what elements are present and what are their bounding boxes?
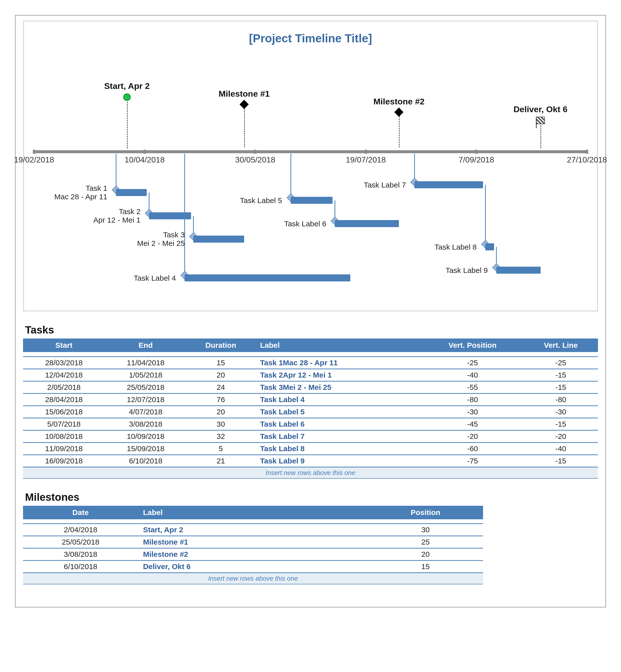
cell-label[interactable]: Task 1Mac 28 - Apr 11 xyxy=(255,356,421,369)
cell-duration[interactable]: 20 xyxy=(187,406,255,418)
cell-label[interactable]: Task Label 7 xyxy=(255,430,421,443)
cell-vpos[interactable]: -55 xyxy=(421,381,524,393)
cell-date[interactable]: 2/04/2018 xyxy=(23,524,138,536)
cell-position[interactable]: 20 xyxy=(368,548,483,560)
cell-label[interactable]: Task Label 6 xyxy=(255,418,421,430)
cell-start[interactable]: 28/04/2018 xyxy=(23,393,105,406)
cell-start[interactable]: 10/08/2018 xyxy=(23,430,105,443)
cell-vline[interactable]: -15 xyxy=(524,381,598,393)
milestone-label: Milestone #1 xyxy=(219,89,270,99)
table-row[interactable]: 6/10/2018Deliver, Okt 615 xyxy=(23,560,483,573)
milestone: Milestone #1 xyxy=(219,89,270,109)
cell-end[interactable]: 6/10/2018 xyxy=(105,455,186,467)
milestones-header-position: Position xyxy=(368,506,483,519)
cell-label[interactable]: Task Label 5 xyxy=(255,406,421,418)
cell-date[interactable]: 6/10/2018 xyxy=(23,560,138,573)
cell-label[interactable]: Task 3Mei 2 - Mei 25 xyxy=(255,381,421,393)
task-connector xyxy=(184,154,185,278)
cell-end[interactable]: 3/08/2018 xyxy=(105,418,186,430)
task-bar xyxy=(496,267,541,274)
cell-vpos[interactable]: -80 xyxy=(421,393,524,406)
cell-vline[interactable]: -40 xyxy=(524,443,598,455)
cell-duration[interactable]: 32 xyxy=(187,430,255,443)
cell-vpos[interactable]: -20 xyxy=(421,430,524,443)
cell-vpos[interactable]: -25 xyxy=(421,356,524,369)
cell-duration[interactable]: 30 xyxy=(187,418,255,430)
milestones-table: Date Label Position 2/04/2018Start, Apr … xyxy=(23,506,483,585)
table-row[interactable]: 2/05/201825/05/201824Task 3Mei 2 - Mei 2… xyxy=(23,381,598,393)
table-row[interactable]: 15/06/20184/07/201820Task Label 5-30-30 xyxy=(23,406,598,418)
milestones-section-title: Milestones xyxy=(25,491,598,503)
cell-vline[interactable]: -25 xyxy=(524,356,598,369)
timeline-chart: [Project Timeline Title] 19/02/201810/04… xyxy=(23,20,598,311)
milestones-header-label: Label xyxy=(138,506,368,519)
cell-duration[interactable]: 15 xyxy=(187,356,255,369)
table-row[interactable]: 12/04/20181/05/201820Task 2Apr 12 - Mei … xyxy=(23,369,598,381)
cell-vpos[interactable]: -45 xyxy=(421,418,524,430)
table-row[interactable]: 25/05/2018Milestone #125 xyxy=(23,536,483,548)
cell-label[interactable]: Start, Apr 2 xyxy=(138,524,368,536)
cell-label[interactable]: Task Label 9 xyxy=(255,455,421,467)
cell-end[interactable]: 10/09/2018 xyxy=(105,430,186,443)
cell-duration[interactable]: 21 xyxy=(187,455,255,467)
cell-end[interactable]: 15/09/2018 xyxy=(105,443,186,455)
table-row[interactable]: 2/04/2018Start, Apr 230 xyxy=(23,524,483,536)
cell-position[interactable]: 25 xyxy=(368,536,483,548)
cell-label[interactable]: Milestone #1 xyxy=(138,536,368,548)
tasks-header-label: Label xyxy=(255,338,421,352)
cell-vline[interactable]: -15 xyxy=(524,369,598,381)
cell-start[interactable]: 28/03/2018 xyxy=(23,356,105,369)
cell-end[interactable]: 1/05/2018 xyxy=(105,369,186,381)
task-bar xyxy=(335,220,399,227)
table-row[interactable]: 3/08/2018Milestone #220 xyxy=(23,548,483,560)
cell-vline[interactable]: -15 xyxy=(524,455,598,467)
task-label: Task 1Mac 28 - Apr 11 xyxy=(54,184,108,201)
cell-position[interactable]: 30 xyxy=(368,524,483,536)
cell-date[interactable]: 3/08/2018 xyxy=(23,548,138,560)
cell-vpos[interactable]: -40 xyxy=(421,369,524,381)
cell-start[interactable]: 5/07/2018 xyxy=(23,418,105,430)
cell-label[interactable]: Task 2Apr 12 - Mei 1 xyxy=(255,369,421,381)
cell-vline[interactable]: -15 xyxy=(524,418,598,430)
cell-vpos[interactable]: -60 xyxy=(421,443,524,455)
cell-end[interactable]: 11/04/2018 xyxy=(105,356,186,369)
cell-vline[interactable]: -80 xyxy=(524,393,598,406)
insert-row-hint: Insert new rows above this one xyxy=(23,573,483,584)
table-row[interactable]: 5/07/20183/08/201830Task Label 6-45-15 xyxy=(23,418,598,430)
cell-label[interactable]: Task Label 8 xyxy=(255,443,421,455)
tasks-section-title: Tasks xyxy=(25,324,598,336)
milestone: Deliver, Okt 6 xyxy=(513,104,568,125)
cell-start[interactable]: 15/06/2018 xyxy=(23,406,105,418)
cell-label[interactable]: Milestone #2 xyxy=(138,548,368,560)
cell-start[interactable]: 16/09/2018 xyxy=(23,455,105,467)
cell-label[interactable]: Task Label 4 xyxy=(255,393,421,406)
cell-duration[interactable]: 20 xyxy=(187,369,255,381)
cell-vpos[interactable]: -75 xyxy=(421,455,524,467)
table-row[interactable]: 28/03/201811/04/201815Task 1Mac 28 - Apr… xyxy=(23,356,598,369)
cell-start[interactable]: 2/05/2018 xyxy=(23,381,105,393)
cell-duration[interactable]: 24 xyxy=(187,381,255,393)
cell-end[interactable]: 12/07/2018 xyxy=(105,393,186,406)
timeline-axis xyxy=(34,150,587,153)
cell-duration[interactable]: 76 xyxy=(187,393,255,406)
task-label: Task Label 9 xyxy=(446,266,488,275)
cell-start[interactable]: 12/04/2018 xyxy=(23,369,105,381)
cell-start[interactable]: 11/09/2018 xyxy=(23,443,105,455)
table-row[interactable]: 10/08/201810/09/201832Task Label 7-20-20 xyxy=(23,430,598,443)
table-row[interactable]: 11/09/201815/09/20185Task Label 8-60-40 xyxy=(23,443,598,455)
cell-end[interactable]: 25/05/2018 xyxy=(105,381,186,393)
cell-date[interactable]: 25/05/2018 xyxy=(23,536,138,548)
tasks-header-vpos: Vert. Position xyxy=(421,338,524,352)
cell-vline[interactable]: -30 xyxy=(524,406,598,418)
table-row[interactable]: 16/09/20186/10/201821Task Label 9-75-15 xyxy=(23,455,598,467)
cell-duration[interactable]: 5 xyxy=(187,443,255,455)
cell-position[interactable]: 15 xyxy=(368,560,483,573)
task-bar xyxy=(116,189,147,196)
cell-vpos[interactable]: -30 xyxy=(421,406,524,418)
cell-label[interactable]: Deliver, Okt 6 xyxy=(138,560,368,573)
milestone-label: Deliver, Okt 6 xyxy=(513,104,568,114)
cell-vline[interactable]: -20 xyxy=(524,430,598,443)
cell-end[interactable]: 4/07/2018 xyxy=(105,406,186,418)
flag-icon xyxy=(536,117,545,124)
table-row[interactable]: 28/04/201812/07/201876Task Label 4-80-80 xyxy=(23,393,598,406)
